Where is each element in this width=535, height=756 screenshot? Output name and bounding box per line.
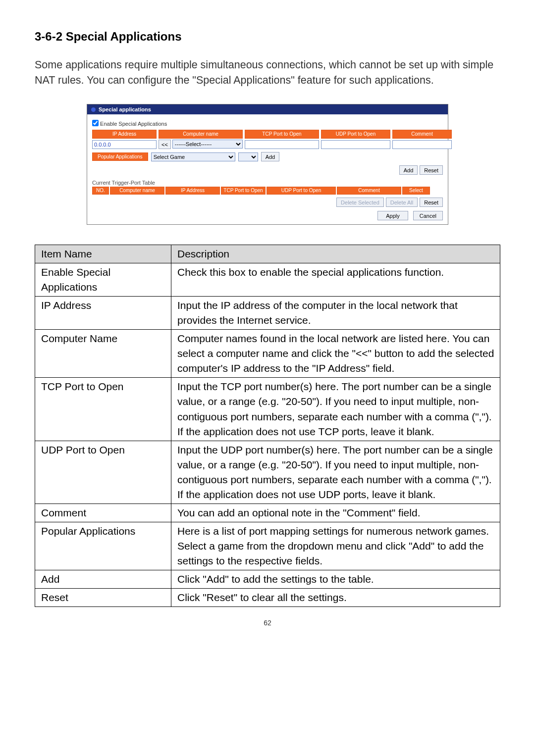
panel-title: Special applications [99,106,151,112]
description-table: Item Name Description Enable Special App… [35,245,500,606]
hdr-ip: IP Address [92,130,157,139]
t2-sel: Select [402,187,430,195]
row-name: Computer Name [35,330,171,378]
tcp-input[interactable] [245,140,319,149]
table-row: IP AddressInput the IP address of the co… [35,297,500,330]
row-name: Reset [35,588,171,606]
row-name: Comment [35,504,171,522]
ip-input[interactable] [92,140,157,149]
row-desc: Click "Add" to add the settings to the t… [171,570,500,588]
row-name: Enable Special Applications [35,263,171,297]
row-name: UDP Port to Open [35,441,171,504]
row-desc: Check this box to enable the special app… [171,263,500,297]
table-row: Computer NameComputer names found in the… [35,330,500,378]
copy-ip-button[interactable]: << [159,140,171,149]
game-select[interactable]: Select Game [151,152,235,161]
row-desc: Click "Reset" to clear all the settings. [171,588,500,606]
hdr-tcp: TCP Port to Open [245,130,319,139]
page-number: 62 [35,619,500,627]
t2-tcp: TCP Port to Open [221,187,266,195]
apply-button[interactable]: Apply [377,211,408,220]
hdr-cname: Computer name [159,130,243,139]
t2-no: NO. [92,187,109,195]
intro-paragraph: Some applications require multiple simul… [35,57,500,88]
delete-selected-button[interactable]: Delete Selected [336,198,384,207]
table-row: TCP Port to OpenInput the TCP port numbe… [35,378,500,441]
t2-cname: Computer name [110,187,164,195]
row-desc: Input the TCP port number(s) here. The p… [171,378,500,441]
udp-input[interactable] [321,140,390,149]
special-apps-panel: Special applications Enable Special Appl… [87,104,448,225]
th-desc: Description [171,245,500,263]
section-heading: 3-6-2 Special Applications [35,30,500,44]
row-name: Popular Applications [35,522,171,570]
row-name: TCP Port to Open [35,378,171,441]
delete-all-button[interactable]: Delete All [386,198,418,207]
table-row: CommentYou can add an optional note in t… [35,504,500,522]
computer-select[interactable]: ------Select------ [172,140,243,149]
row-desc: Here is a list of port mapping settings … [171,522,500,570]
bullet-icon [91,107,96,112]
row-desc: Input the UDP port number(s) here. The p… [171,441,500,504]
comment-input[interactable] [392,140,452,149]
table-row: AddClick "Add" to add the settings to th… [35,570,500,588]
row-desc: You can add an optional note in the "Com… [171,504,500,522]
game-sub-select[interactable] [238,152,258,161]
reset2-button[interactable]: Reset [420,198,443,207]
add-game-button[interactable]: Add [261,152,280,161]
t2-ip: IP Address [165,187,220,195]
row-desc: Computer names found in the local networ… [171,330,500,378]
reset-button[interactable]: Reset [420,165,443,175]
hdr-cmt: Comment [392,130,452,139]
current-table-label: Current Trigger-Port Table [92,180,443,186]
th-item: Item Name [35,245,171,263]
row-name: IP Address [35,297,171,330]
t2-udp: UDP Port to Open [267,187,336,195]
table-row: Popular ApplicationsHere is a list of po… [35,522,500,570]
table-body: Enable Special ApplicationsCheck this bo… [35,263,500,606]
row-name: Add [35,570,171,588]
table-row: ResetClick "Reset" to clear all the sett… [35,588,500,606]
t2-cmt: Comment [337,187,401,195]
cancel-button[interactable]: Cancel [413,211,443,220]
panel-titlebar: Special applications [87,104,448,114]
screenshot-wrapper: Special applications Enable Special Appl… [35,104,500,225]
row-desc: Input the IP address of the computer in … [171,297,500,330]
popular-apps-label: Popular Applications [92,152,148,161]
enable-checkbox[interactable] [92,120,99,126]
table-row: Enable Special ApplicationsCheck this bo… [35,263,500,297]
add-button[interactable]: Add [399,165,418,175]
enable-label: Enable Special Applications [100,121,167,127]
table-row: UDP Port to OpenInput the UDP port numbe… [35,441,500,504]
hdr-udp: UDP Port to Open [321,130,390,139]
